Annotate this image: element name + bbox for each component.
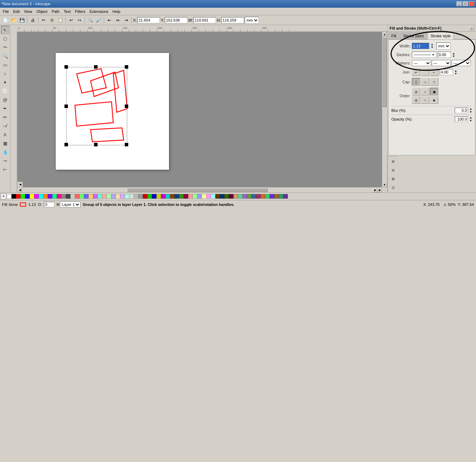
width-unit-select[interactable]: mmpxpt xyxy=(436,43,451,49)
color-swatch-40[interactable] xyxy=(188,194,193,199)
vertical-scrollbar[interactable]: ▲ ▼ xyxy=(382,32,387,187)
opacity-spin-down[interactable]: ▼ xyxy=(469,119,472,122)
open-button[interactable]: 📂 xyxy=(10,16,17,24)
color-swatch-41[interactable] xyxy=(193,194,197,199)
color-swatch-12[interactable] xyxy=(61,194,66,199)
color-swatch-25[interactable] xyxy=(120,194,125,199)
join-spin-down[interactable]: ▼ xyxy=(454,72,458,75)
order-paint-over-stroke[interactable]: ◎ xyxy=(412,88,420,95)
marker-mid-select[interactable]: — xyxy=(432,60,451,66)
calligraphy-tool[interactable]: 𝒜 xyxy=(1,122,9,130)
color-swatch-61[interactable] xyxy=(283,194,288,199)
color-swatch-2[interactable] xyxy=(16,194,21,199)
maximize-button[interactable]: □ xyxy=(463,1,468,6)
menu-text[interactable]: Text xyxy=(62,9,73,14)
handle-bm[interactable]: ↕ xyxy=(94,143,98,146)
color-swatch-28[interactable] xyxy=(134,194,138,199)
color-swatch-23[interactable] xyxy=(111,194,116,199)
spiral-tool[interactable]: @ xyxy=(1,95,9,104)
color-swatch-21[interactable] xyxy=(102,194,107,199)
pencil-tool[interactable]: ✏ xyxy=(1,113,9,121)
color-swatch-42[interactable] xyxy=(197,194,202,199)
color-swatch-57[interactable] xyxy=(265,194,270,199)
canvas-expand[interactable]: ◀ xyxy=(17,182,23,187)
zoom-in-button[interactable]: 🔍 xyxy=(86,16,94,24)
color-swatch-54[interactable] xyxy=(252,194,256,199)
cap-square-button[interactable]: □ xyxy=(430,78,438,86)
opacity-status-input[interactable] xyxy=(44,202,54,207)
cap-butt-button[interactable]: | xyxy=(412,78,420,86)
color-swatch-55[interactable] xyxy=(256,194,261,199)
color-swatch-7[interactable] xyxy=(39,194,43,199)
snap-btn-1[interactable]: ⊞ xyxy=(389,157,397,165)
color-swatch-32[interactable] xyxy=(152,194,156,199)
tab-stroke-style[interactable]: Stroke style xyxy=(428,32,454,39)
color-swatch-47[interactable] xyxy=(220,194,224,199)
order-alt-2[interactable]: ○ xyxy=(421,96,429,104)
no-color-button[interactable]: ✕ xyxy=(1,194,6,199)
blur-input[interactable] xyxy=(455,108,468,113)
color-swatch-53[interactable] xyxy=(247,194,252,199)
rect-tool[interactable]: ▭ xyxy=(1,61,9,69)
join-value-input[interactable] xyxy=(440,69,453,75)
color-swatch-8[interactable] xyxy=(43,194,48,199)
align-left-button[interactable]: ⇤ xyxy=(106,16,113,24)
hscroll-expand[interactable]: ▶ xyxy=(377,188,382,192)
copy-button[interactable]: ⎘ xyxy=(48,16,56,24)
color-swatch-30[interactable] xyxy=(143,194,147,199)
color-swatch-59[interactable] xyxy=(274,194,279,199)
color-swatch-1[interactable] xyxy=(11,194,16,199)
dashes-spin-down[interactable]: ▼ xyxy=(452,55,456,57)
join-spin-up[interactable]: ▲ xyxy=(454,69,458,72)
marker-end-select[interactable]: — xyxy=(452,60,471,66)
color-swatch-10[interactable] xyxy=(52,194,57,199)
handle-tl[interactable] xyxy=(64,65,68,69)
color-swatch-34[interactable] xyxy=(161,194,166,199)
color-swatch-33[interactable] xyxy=(156,194,161,199)
text-tool[interactable]: A xyxy=(1,130,9,139)
zoom-out-button[interactable]: 🔎 xyxy=(95,16,102,24)
horizontal-scrollbar[interactable]: ◀ ▶ ▶ xyxy=(17,187,382,192)
color-swatch-48[interactable] xyxy=(224,194,229,199)
color-swatch-43[interactable] xyxy=(202,194,206,199)
color-swatch-17[interactable] xyxy=(84,194,89,199)
color-swatch-14[interactable] xyxy=(70,194,75,199)
join-round-button[interactable]: ⌒ xyxy=(421,68,429,76)
handle-bl[interactable] xyxy=(64,143,68,146)
blur-spin-down[interactable]: ▼ xyxy=(469,110,472,114)
layer-select[interactable]: Layer 1 xyxy=(60,201,80,208)
color-swatch-50[interactable] xyxy=(233,194,238,199)
color-swatch-45[interactable] xyxy=(211,194,215,199)
color-swatch-15[interactable] xyxy=(75,194,79,199)
node-edit-tool[interactable]: ⬡ xyxy=(1,34,9,43)
color-swatch-16[interactable] xyxy=(79,194,84,199)
color-swatch-0[interactable] xyxy=(7,194,11,199)
selector-tool[interactable]: ↖ xyxy=(1,26,9,34)
tab-fill[interactable]: Fill xyxy=(388,32,399,39)
menu-edit[interactable]: Edit xyxy=(11,9,22,14)
redo-button[interactable]: ↪ xyxy=(76,16,83,24)
join-bevel-button[interactable]: ⌐ xyxy=(430,68,438,76)
color-swatch-37[interactable] xyxy=(175,194,179,199)
color-swatch-35[interactable] xyxy=(166,194,170,199)
paste-button[interactable]: 📋 xyxy=(56,16,64,24)
color-swatch-56[interactable] xyxy=(261,194,265,199)
dashes-value-input[interactable] xyxy=(438,52,451,58)
color-swatch-39[interactable] xyxy=(184,194,188,199)
opacity-input[interactable] xyxy=(455,116,468,122)
dashes-dropdown-icon[interactable]: ▼ xyxy=(432,53,435,56)
tab-stroke-paint[interactable]: Stroke paint xyxy=(400,32,427,39)
y-input[interactable] xyxy=(165,17,187,23)
color-swatch-29[interactable] xyxy=(138,194,143,199)
menu-filters[interactable]: Filters xyxy=(73,9,87,14)
menu-path[interactable]: Path xyxy=(49,9,62,14)
color-swatch-58[interactable] xyxy=(270,194,274,199)
canvas-area[interactable]: 050100150200250300350 xyxy=(10,25,387,192)
hscroll-left[interactable]: ◀ xyxy=(17,188,22,192)
menu-view[interactable]: View xyxy=(22,9,34,14)
order-markers-on-top[interactable]: ◉ xyxy=(430,88,438,95)
order-alt-1[interactable]: ◎ xyxy=(412,96,420,104)
menu-extensions[interactable]: Extensions xyxy=(87,9,110,14)
handle-mr[interactable]: ↔ xyxy=(125,105,128,108)
opacity-spin-up[interactable]: ▲ xyxy=(469,116,472,119)
